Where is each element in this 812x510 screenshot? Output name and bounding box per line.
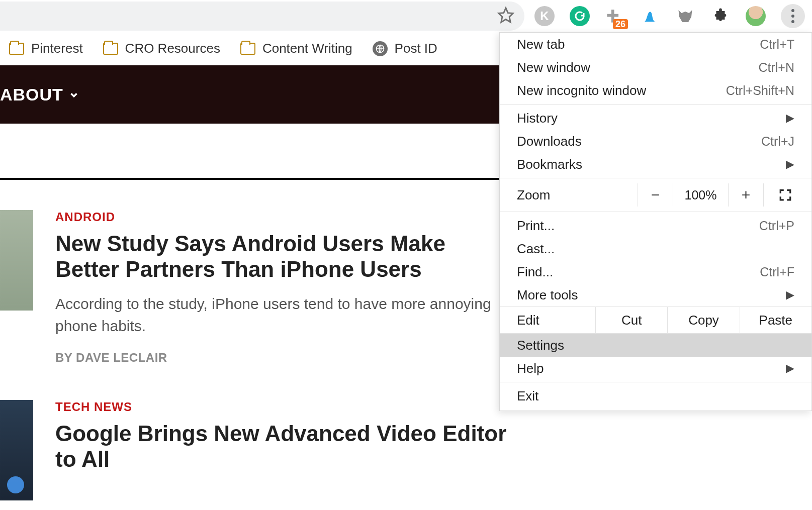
folder-icon [103,43,118,55]
article-thumbnail [0,210,33,311]
menu-new-incognito[interactable]: New incognito window Ctrl+Shift+N [500,79,811,102]
bookmark-label: CRO Resources [125,41,220,56]
menu-label: Bookmarks [517,157,582,172]
folder-icon [9,43,24,55]
menu-more-tools[interactable]: More tools ▶ [500,283,811,307]
chrome-menu: New tab Ctrl+T New window Ctrl+N New inc… [499,32,812,411]
menu-history[interactable]: History ▶ [500,107,811,130]
extensions-area: K 26 [529,4,812,28]
extension-k-icon[interactable]: K [534,6,555,26]
article-thumbnail [0,400,33,500]
menu-label: Zoom [517,187,638,203]
extension-badge: 26 [613,19,628,29]
bookmark-label: Post ID [395,41,437,56]
menu-bookmarks[interactable]: Bookmarks ▶ [500,153,811,176]
menu-zoom: Zoom − 100% + [500,180,811,210]
menu-edit-label: Edit [500,307,595,333]
extension-clip-icon[interactable]: 26 [605,6,625,26]
menu-label: Print... [517,218,555,234]
menu-shortcut: Ctrl+T [760,37,794,52]
bookmark-pinterest[interactable]: Pinterest [9,41,83,56]
menu-new-tab[interactable]: New tab Ctrl+T [500,33,811,56]
extensions-puzzle-icon[interactable] [710,6,731,26]
address-bar[interactable] [0,2,524,31]
menu-downloads[interactable]: Downloads Ctrl+J [500,130,811,153]
menu-new-window[interactable]: New window Ctrl+N [500,56,811,79]
menu-edit-copy[interactable]: Copy [667,307,739,333]
menu-separator [500,178,811,178]
browser-chrome-strip: K 26 [0,0,812,32]
menu-print[interactable]: Print... Ctrl+P [500,214,811,237]
article-byline: BY DAVE LECLAIR [55,351,508,365]
fullscreen-button[interactable] [763,183,806,207]
menu-shortcut: Ctrl+P [759,219,794,233]
profile-avatar[interactable] [746,6,766,26]
menu-edit-row: Edit Cut Copy Paste [500,307,811,334]
bookmark-label: Content Writing [262,41,352,56]
article-category[interactable]: TECH NEWS [55,400,508,414]
menu-shortcut: Ctrl+Shift+N [726,83,794,98]
folder-icon [240,43,255,55]
zoom-out-button[interactable]: − [638,183,673,207]
chevron-right-icon: ▶ [786,362,794,375]
article-headline[interactable]: Google Brings New Advanced Video Editor … [55,421,508,472]
chevron-right-icon: ▶ [786,112,794,125]
bookmark-label: Pinterest [31,41,83,56]
chrome-menu-button[interactable] [781,4,805,28]
menu-separator [500,382,811,382]
bookmark-post-id[interactable]: Post ID [373,41,437,56]
menu-cast[interactable]: Cast... [500,237,811,260]
bookmark-star-icon[interactable] [497,7,514,26]
extension-grammarly-icon[interactable] [570,6,590,26]
menu-edit-cut[interactable]: Cut [595,307,667,333]
chevron-right-icon: ▶ [786,288,794,301]
menu-shortcut: Ctrl+F [760,265,794,279]
menu-label: Help [517,361,544,376]
svg-point-2 [791,15,794,18]
menu-exit[interactable]: Exit [500,384,811,407]
article-category[interactable]: ANDROID [55,210,508,224]
menu-separator [500,212,811,212]
chevron-down-icon [68,85,79,105]
article-headline[interactable]: New Study Says Android Users Make Better… [55,231,508,282]
globe-icon [373,41,388,56]
menu-find[interactable]: Find... Ctrl+F [500,260,811,283]
article-body: TECH NEWS Google Brings New Advanced Vid… [55,400,508,500]
extension-wave-icon[interactable] [640,6,660,26]
zoom-in-button[interactable]: + [728,183,763,207]
menu-shortcut: Ctrl+J [761,134,794,149]
nav-about[interactable]: ABOUT [0,85,79,105]
menu-help[interactable]: Help ▶ [500,357,811,380]
menu-settings[interactable]: Settings [500,334,811,357]
bookmark-content-writing[interactable]: Content Writing [240,41,352,56]
nav-about-label: ABOUT [0,85,63,105]
menu-label: Settings [517,338,564,353]
menu-label: Downloads [517,134,582,149]
menu-label: History [517,111,558,126]
menu-label: More tools [517,287,578,303]
article-body: ANDROID New Study Says Android Users Mak… [55,210,508,365]
chevron-right-icon: ▶ [786,158,794,171]
svg-point-3 [791,20,794,23]
article-card[interactable]: TECH NEWS Google Brings New Advanced Vid… [0,400,812,500]
menu-label: New tab [517,37,565,52]
menu-label: New incognito window [517,83,646,98]
article-excerpt: According to the study, iPhone users ten… [55,293,508,337]
svg-marker-0 [499,8,513,22]
menu-separator [500,104,811,105]
menu-label: Find... [517,264,553,280]
menu-label: New window [517,60,590,75]
menu-edit-paste[interactable]: Paste [740,307,811,333]
menu-label: Cast... [517,241,555,257]
menu-label: Exit [517,388,538,404]
zoom-value: 100% [673,183,728,207]
menu-shortcut: Ctrl+N [758,60,794,75]
svg-point-1 [791,9,794,12]
bookmark-cro-resources[interactable]: CRO Resources [103,41,220,56]
extension-wolf-icon[interactable] [675,6,695,26]
